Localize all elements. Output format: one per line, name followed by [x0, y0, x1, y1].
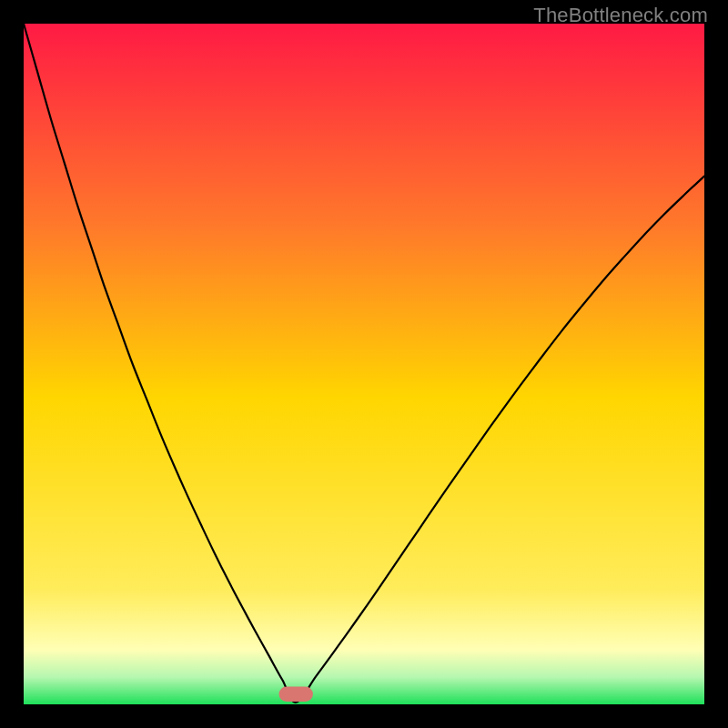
gradient-background — [24, 24, 704, 704]
page-root: TheBottleneck.com — [0, 0, 728, 728]
plot-area — [24, 24, 704, 704]
watermark-label: TheBottleneck.com — [533, 4, 708, 27]
bottleneck-chart — [24, 24, 704, 704]
optimal-marker — [279, 687, 313, 702]
